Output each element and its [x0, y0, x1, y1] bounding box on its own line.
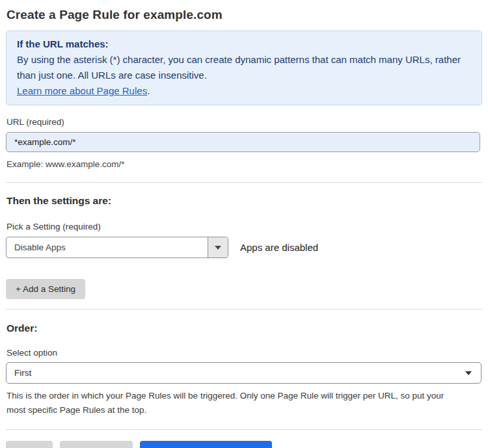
- order-help-text: This is the order in which your Page Rul…: [7, 389, 462, 417]
- url-field-label: URL (required): [7, 117, 482, 127]
- url-example-text: Example: www.example.com/*: [7, 157, 482, 171]
- pick-setting-label: Pick a Setting (required): [7, 222, 482, 231]
- chevron-down-icon: [465, 371, 472, 375]
- footer-actions: Cancel Save as Draft Save and Deploy Pag…: [6, 441, 482, 448]
- settings-section-heading: Then the settings are:: [7, 195, 482, 207]
- url-input[interactable]: [6, 132, 480, 152]
- setting-status-text: Apps are disabled: [240, 242, 318, 253]
- setting-select-arrow-button[interactable]: [208, 237, 228, 257]
- create-page-rule-dialog: Create a Page Rule for example.com If th…: [0, 0, 488, 448]
- page-title: Create a Page Rule for example.com: [7, 8, 482, 22]
- chevron-down-icon: [215, 246, 221, 250]
- learn-more-link[interactable]: Learn more about Page Rules: [17, 85, 147, 96]
- divider: [6, 182, 482, 183]
- info-box-heading: If the URL matches:: [17, 36, 471, 52]
- url-match-info-box: If the URL matches: By using the asteris…: [6, 31, 482, 105]
- link-suffix: .: [147, 85, 150, 96]
- setting-select[interactable]: Disable Apps: [6, 237, 228, 258]
- divider: [6, 309, 482, 310]
- setting-row: Disable Apps Apps are disabled: [6, 237, 482, 258]
- save-and-deploy-button[interactable]: Save and Deploy Page Rule: [140, 441, 273, 448]
- order-section-heading: Order:: [7, 323, 482, 334]
- cancel-button[interactable]: Cancel: [6, 441, 53, 448]
- order-select-value: First: [7, 363, 481, 383]
- info-box-body: By using the asterisk (*) character, you…: [17, 52, 471, 83]
- info-box-link-line: Learn more about Page Rules.: [17, 83, 471, 99]
- setting-select-value: Disable Apps: [7, 237, 208, 257]
- order-select-label: Select option: [7, 348, 482, 358]
- divider: [6, 429, 482, 430]
- add-setting-button[interactable]: + Add a Setting: [6, 279, 85, 299]
- save-as-draft-button[interactable]: Save as Draft: [60, 441, 133, 448]
- order-select[interactable]: First: [6, 362, 481, 384]
